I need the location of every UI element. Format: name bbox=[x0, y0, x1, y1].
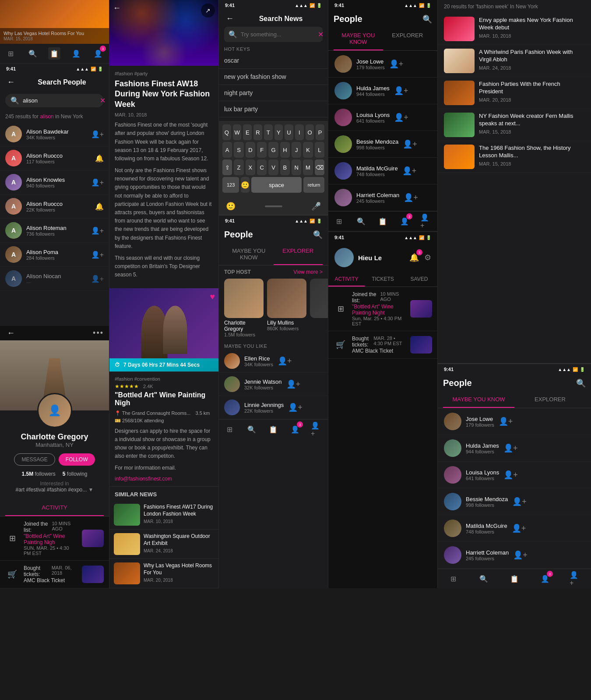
list-item[interactable]: A Alison Ruocco 22K followers 🔔 bbox=[0, 194, 109, 219]
list-item[interactable]: Washington Square Outdoor Art Exhibit MA… bbox=[109, 530, 218, 559]
tab-maybe-you-know[interactable]: MAYBE YOU KNOW bbox=[334, 28, 383, 50]
search-button[interactable]: 🔍 bbox=[576, 378, 586, 388]
numbers-key[interactable]: 123 bbox=[222, 177, 239, 193]
search-input-container[interactable]: 🔍 ✕ bbox=[224, 27, 323, 42]
search-nav-icon[interactable]: 🔍 bbox=[355, 215, 367, 227]
key-h[interactable]: H bbox=[280, 142, 290, 158]
hotkey-item[interactable]: lux bar party bbox=[219, 101, 328, 117]
search-button[interactable]: 🔍 bbox=[422, 14, 432, 24]
list-item[interactable]: A Alison Ruocco 117 followers 🔔 bbox=[0, 146, 109, 170]
search-nav-icon[interactable]: 🔍 bbox=[478, 573, 490, 585]
key-f[interactable]: F bbox=[257, 142, 267, 158]
key-d[interactable]: D bbox=[246, 142, 255, 158]
list-item[interactable]: The 1968 Fashion Show, the History Lesso… bbox=[438, 141, 591, 173]
key-o[interactable]: O bbox=[306, 124, 314, 140]
tab-explorer[interactable]: EXPLORER bbox=[383, 28, 433, 50]
list-item[interactable]: Harriett Coleman 245 followers 👤+ bbox=[438, 542, 591, 569]
person-nav-icon[interactable]: 👤 3 bbox=[398, 215, 411, 227]
tab-explorer[interactable]: EXPLORER bbox=[514, 392, 586, 408]
back-button[interactable]: ← bbox=[113, 4, 121, 13]
event-email[interactable]: info@fashionsfinest.com bbox=[115, 476, 213, 482]
back-button-profile[interactable]: ← bbox=[5, 329, 17, 338]
add-nav-icon[interactable]: 👤+ bbox=[311, 423, 323, 435]
bookmark-nav-icon[interactable]: 📋 bbox=[376, 215, 389, 227]
key-w[interactable]: W bbox=[233, 124, 242, 140]
bookmark-nav-icon[interactable]: 📋 bbox=[267, 423, 279, 435]
bookmark-nav-icon[interactable]: 📋 bbox=[508, 573, 521, 585]
search-news-input[interactable] bbox=[241, 31, 314, 38]
tab-activity[interactable]: ACTIVITY bbox=[5, 500, 104, 516]
list-item[interactable]: A Alison Poma 284 followers 👤+ bbox=[0, 243, 109, 267]
shift-key[interactable]: ⇧ bbox=[222, 159, 232, 175]
key-e[interactable]: E bbox=[243, 124, 252, 140]
list-item[interactable]: Matilda McGuire 748 followers 👤+ bbox=[438, 515, 591, 542]
list-item[interactable]: Bessie Mendoza 998 followers 👤+ bbox=[438, 488, 591, 515]
key-j[interactable]: J bbox=[292, 142, 301, 158]
return-key[interactable]: return bbox=[303, 177, 324, 193]
view-more-button[interactable]: View more > bbox=[293, 269, 323, 275]
person-nav-icon[interactable]: 👤 3 bbox=[289, 423, 301, 435]
tab-activity[interactable]: ACTIVITY bbox=[328, 272, 365, 286]
add-nav-icon[interactable]: 👤+ bbox=[420, 215, 433, 227]
host-card[interactable]: Lilly Mullins 860K followers bbox=[267, 279, 306, 337]
add-person-button[interactable]: 👤+ bbox=[91, 130, 104, 138]
add-person-button[interactable]: 👤+ bbox=[286, 379, 301, 389]
settings-icon[interactable]: ⚙ bbox=[424, 253, 431, 262]
add-person-button[interactable]: 👤+ bbox=[394, 86, 408, 95]
search-icon[interactable]: 🔍 bbox=[27, 47, 39, 60]
key-b[interactable]: B bbox=[280, 159, 290, 175]
key-i[interactable]: I bbox=[295, 124, 304, 140]
key-m[interactable]: M bbox=[303, 159, 313, 175]
grid-nav-icon[interactable]: ⊞ bbox=[333, 215, 345, 227]
list-item[interactable]: Bessie Mendoza 998 followers 👤+ bbox=[328, 131, 437, 158]
list-item[interactable]: Harriett Coleman 245 followers 👤+ bbox=[328, 184, 437, 211]
tab-saved[interactable]: SAVED bbox=[401, 272, 437, 286]
key-x[interactable]: X bbox=[246, 159, 255, 175]
tab-maybe-you-know[interactable]: MAYBE YOU KNOW bbox=[224, 243, 274, 265]
profile-icon[interactable]: 👤 bbox=[70, 47, 82, 60]
list-item[interactable]: Envy apple makes New York Fashion Week d… bbox=[438, 13, 591, 45]
key-l[interactable]: L bbox=[315, 142, 324, 158]
hotkey-item[interactable]: oscar bbox=[219, 53, 328, 69]
space-key[interactable]: space bbox=[251, 177, 302, 193]
list-item[interactable]: A Alison Bawdekar 34K followers 👤+ bbox=[0, 122, 109, 146]
more-options-button[interactable]: ••• bbox=[93, 329, 104, 338]
add-person-icon[interactable]: 👤3 bbox=[92, 47, 104, 60]
key-v[interactable]: V bbox=[268, 159, 278, 175]
key-k[interactable]: K bbox=[303, 142, 313, 158]
list-item[interactable]: Linnie Jennings 22K followers 👤+ bbox=[219, 396, 328, 419]
key-g[interactable]: G bbox=[268, 142, 278, 158]
list-item[interactable]: A Alison Knowles 940 followers 👤+ bbox=[0, 170, 109, 194]
list-item[interactable]: Ellen Rice 34K followers 👤+ bbox=[219, 350, 328, 373]
add-person-button[interactable]: 👤+ bbox=[91, 275, 104, 283]
follow-button[interactable]: FOLLOW bbox=[59, 453, 95, 466]
add-nav-icon[interactable]: 👤+ bbox=[570, 573, 582, 585]
emoji-icon[interactable]: 🙂 bbox=[226, 202, 236, 211]
list-item[interactable]: Louisa Lyons 641 followers 👤+ bbox=[438, 462, 591, 488]
remove-person-button[interactable]: 🔔 bbox=[95, 154, 104, 163]
search-input[interactable] bbox=[23, 97, 96, 104]
tab-explorer[interactable]: EXPLORER bbox=[274, 243, 323, 265]
key-p[interactable]: P bbox=[316, 124, 324, 140]
key-n[interactable]: N bbox=[292, 159, 301, 175]
add-person-button[interactable]: 👤+ bbox=[503, 443, 518, 453]
key-z[interactable]: Z bbox=[234, 159, 243, 175]
add-person-button[interactable]: 👤+ bbox=[512, 497, 527, 506]
list-item[interactable]: Louisa Lyons 641 followers 👤+ bbox=[328, 104, 437, 131]
add-person-button[interactable]: 👤+ bbox=[402, 166, 417, 176]
add-person-button[interactable]: 👤+ bbox=[503, 470, 518, 480]
add-person-button[interactable]: 👤+ bbox=[513, 550, 528, 560]
add-person-button[interactable]: 👤+ bbox=[91, 251, 104, 259]
expand-icon[interactable]: ▼ bbox=[88, 487, 94, 493]
list-item[interactable]: NY Fashion Week creator Fern Mallis spea… bbox=[438, 109, 591, 141]
key-s[interactable]: S bbox=[234, 142, 243, 158]
remove-person-button[interactable]: 🔔 bbox=[95, 202, 104, 211]
host-card[interactable]: Charlotte Gregory 1.5M followers bbox=[224, 279, 264, 337]
list-item[interactable]: A Whirlwind Paris Fashion Week with Virg… bbox=[438, 45, 591, 77]
share-button[interactable]: ↗ bbox=[201, 4, 215, 18]
list-item[interactable]: Jose Lowe 179 followers 👤+ bbox=[328, 51, 437, 78]
list-item[interactable]: Fashions Finest AW17 During London Fashi… bbox=[109, 500, 218, 530]
search-nav-icon[interactable]: 🔍 bbox=[246, 423, 258, 435]
grid-icon[interactable]: ⊞ bbox=[5, 47, 17, 60]
search-bar[interactable]: 🔍 ✕ bbox=[5, 94, 104, 107]
